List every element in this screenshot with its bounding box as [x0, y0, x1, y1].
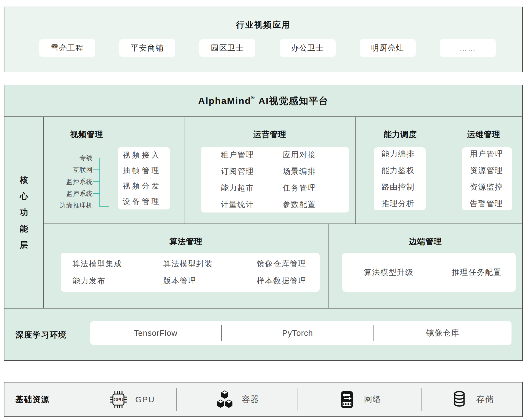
dl-env-pill: TensorFlow PyTorch 镜像仓库 — [90, 321, 512, 345]
platform-row-2: 算法管理 算法模型集成 算法模型封装 镜像仓库管理 能力发布 版本管理 样本数据… — [44, 224, 522, 308]
scheduling-item: 能力编排 — [381, 149, 426, 159]
maintenance-item: 用户管理 — [470, 149, 512, 159]
sidebar-char: 功 — [20, 207, 28, 218]
core-function-layer: 核 心 功 能 层 视频管理 专线 互联网 监控系统 监控系统 边缘推理机 — [4, 117, 522, 308]
edge-item: 推理任务配置 — [452, 267, 502, 278]
sidebar-char: 层 — [20, 240, 28, 251]
infra-container: 容器 — [177, 382, 298, 416]
operations-column: 运营管理 租户管理 应用对接 订阅管理 场景编排 能力超市 任务管理 计量统计 … — [184, 117, 356, 224]
operations-box: 租户管理 应用对接 订阅管理 场景编排 能力超市 任务管理 计量统计 参数配置 — [201, 147, 349, 212]
video-feature: 视频分发 — [123, 181, 170, 191]
platform-title: AlphaMind® AI视觉感知平台 — [4, 85, 522, 117]
app-button-mingchu[interactable]: 明厨亮灶 — [360, 39, 416, 57]
app-button-yuanqu[interactable]: 园区卫士 — [199, 39, 255, 57]
operations-item: 任务管理 — [283, 183, 349, 193]
video-source-list: 专线 互联网 监控系统 监控系统 边缘推理机 — [44, 152, 93, 211]
video-feature-box: 视频接入 抽帧管理 视频分发 设备管理 — [118, 147, 170, 209]
edge-mgmt-title: 边端管理 — [328, 236, 522, 247]
video-mgmt-title: 视频管理 — [44, 129, 130, 140]
gpu-chip-icon: GPU — [109, 390, 128, 409]
dl-env-label: 深度学习环境 — [15, 329, 67, 341]
platform-row-1: 视频管理 专线 互联网 监控系统 监控系统 边缘推理机 — [44, 117, 522, 224]
operations-item: 计量统计 — [221, 199, 283, 210]
network-switch-icon — [337, 390, 357, 409]
sidebar-char: 能 — [20, 223, 28, 235]
dl-env-registry: 镜像仓库 — [374, 321, 512, 345]
infra-storage-label: 存储 — [476, 394, 494, 405]
algorithm-item: 能力发布 — [72, 276, 163, 286]
maintenance-item: 资源管理 — [470, 165, 512, 176]
video-source: 边缘推理机 — [44, 200, 93, 211]
algorithm-title: 算法管理 — [44, 236, 328, 247]
dl-env-pytorch: PyTorch — [222, 321, 374, 345]
infra-gpu: GPU GPU — [87, 382, 176, 416]
edge-item: 算法模型升级 — [364, 267, 414, 278]
app-button-bangong[interactable]: 办公卫士 — [280, 39, 336, 57]
maintenance-column: 运维管理 用户管理 资源管理 资源监控 告警管理 — [445, 117, 522, 224]
dl-env-row: 深度学习环境 TensorFlow PyTorch 镜像仓库 — [4, 308, 522, 360]
infra-network: 网络 — [298, 382, 421, 416]
maintenance-item: 资源监控 — [470, 182, 512, 192]
operations-item: 租户管理 — [221, 150, 283, 160]
algorithm-item: 镜像仓库管理 — [257, 259, 320, 269]
dl-env-tensorflow: TensorFlow — [90, 321, 221, 345]
scheduling-column: 能力调度 能力编排 能力鉴权 路由控制 推理分析 — [356, 117, 445, 224]
scheduling-item: 推理分析 — [381, 198, 426, 209]
infrastructure-items: GPU GPU — [87, 382, 522, 416]
maintenance-title: 运维管理 — [445, 129, 522, 140]
scheduling-box: 能力编排 能力鉴权 路由控制 推理分析 — [374, 147, 426, 210]
app-button-xueliang[interactable]: 雪亮工程 — [39, 39, 95, 57]
algorithm-item: 样本数据管理 — [257, 276, 320, 286]
edge-mgmt-column: 边端管理 算法模型升级 推理任务配置 — [328, 224, 522, 308]
storage-database-icon — [450, 390, 469, 409]
infra-container-label: 容器 — [242, 394, 259, 405]
scheduling-item: 能力鉴权 — [381, 165, 426, 176]
video-feature: 视频接入 — [123, 150, 170, 160]
app-button-more[interactable]: …… — [440, 39, 496, 57]
video-mgmt-column: 视频管理 专线 互联网 监控系统 监控系统 边缘推理机 — [44, 117, 184, 224]
infrastructure-section: 基础资源 GPU — [4, 382, 523, 417]
video-feature: 抽帧管理 — [123, 166, 170, 176]
platform-brand: AlphaMind — [198, 95, 251, 106]
industry-apps-row: 雪亮工程 平安商铺 园区卫士 办公卫士 明厨亮灶 …… — [39, 39, 496, 57]
video-source: 监控系统 — [44, 176, 93, 188]
operations-item: 应用对接 — [283, 150, 349, 160]
video-source: 监控系统 — [44, 188, 93, 200]
svg-text:GPU: GPU — [114, 397, 123, 402]
operations-title: 运营管理 — [184, 129, 355, 140]
infra-gpu-label: GPU — [135, 395, 155, 404]
video-source: 互联网 — [44, 164, 93, 176]
video-feature: 设备管理 — [123, 196, 170, 206]
edge-mgmt-box: 算法模型升级 推理任务配置 — [342, 253, 516, 292]
scheduling-item: 路由控制 — [381, 182, 426, 192]
platform-section: AlphaMind® AI视觉感知平台 核 心 功 能 层 视频管理 专线 互联… — [4, 85, 523, 361]
operations-item: 参数配置 — [283, 199, 349, 210]
algorithm-box: 算法模型集成 算法模型封装 镜像仓库管理 能力发布 版本管理 样本数据管理 — [61, 253, 320, 292]
video-source: 专线 — [44, 152, 93, 164]
maintenance-item: 告警管理 — [470, 198, 512, 209]
infrastructure-label: 基础资源 — [15, 394, 87, 405]
operations-item: 能力超市 — [221, 183, 283, 193]
platform-title-rest: AI视觉感知平台 — [258, 95, 328, 107]
container-icon — [215, 390, 234, 409]
algorithm-item: 算法模型集成 — [72, 259, 163, 269]
algorithm-item: 版本管理 — [163, 276, 257, 286]
sidebar-char: 核 — [20, 174, 28, 186]
industry-apps-section: 行业视频应用 雪亮工程 平安商铺 园区卫士 办公卫士 明厨亮灶 …… — [4, 7, 523, 72]
algorithm-column: 算法管理 算法模型集成 算法模型封装 镜像仓库管理 能力发布 版本管理 样本数据… — [44, 224, 328, 308]
algorithm-item: 算法模型封装 — [163, 259, 257, 269]
operations-item: 场景编排 — [283, 166, 349, 177]
scheduling-title: 能力调度 — [356, 129, 445, 140]
infra-storage: 存储 — [422, 382, 522, 416]
infra-network-label: 网络 — [364, 394, 381, 405]
core-layer-sidebar: 核 心 功 能 层 — [4, 117, 44, 308]
maintenance-box: 用户管理 资源管理 资源监控 告警管理 — [462, 147, 512, 210]
sidebar-char: 心 — [20, 191, 28, 202]
registered-mark: ® — [251, 95, 255, 100]
industry-apps-title: 行业视频应用 — [4, 19, 522, 31]
operations-item: 订阅管理 — [221, 166, 283, 177]
app-button-pingan[interactable]: 平安商铺 — [119, 39, 175, 57]
